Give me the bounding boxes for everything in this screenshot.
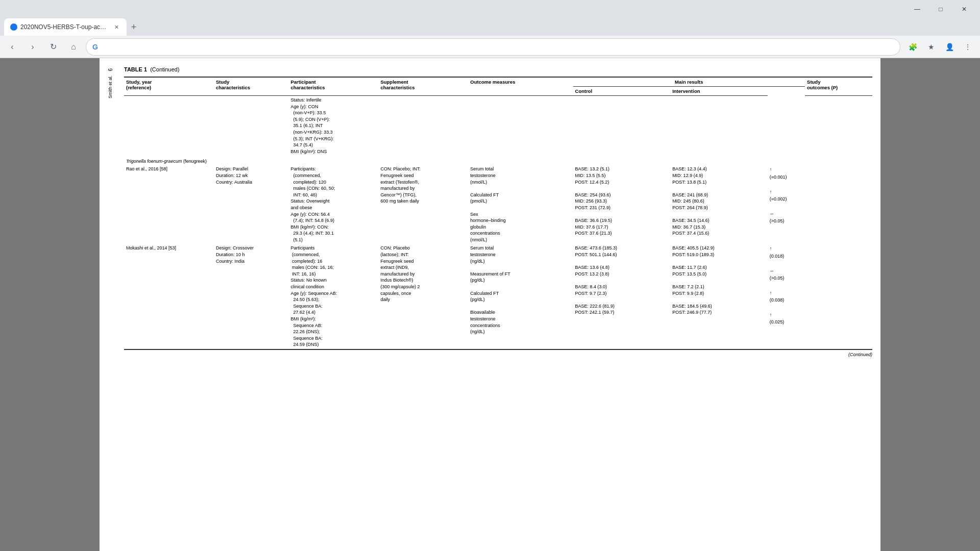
bottom-border-row	[124, 349, 872, 349]
rao-intervention: BASE: 12.3 (4.4) MID: 12.9 (4.9) POST: 1…	[670, 165, 768, 244]
header-supplement-char: Supplementcharacteristics	[378, 77, 468, 96]
tab-close-button[interactable]: ✕	[112, 23, 120, 31]
sidebar-left	[0, 58, 100, 551]
rao-study-ref: Rao et al., 2016 [58]	[124, 165, 214, 244]
header-study-char: Studycharacteristics	[214, 77, 289, 96]
section-label: Trigonella foenum-graecum	[126, 159, 182, 164]
address-bar[interactable]: G	[86, 38, 900, 56]
main-table: Study, year(reference) Studycharacterist…	[124, 77, 872, 350]
mokashi-control: BASE: 473.6 (185.3) POST: 501.1 (144.6) …	[573, 244, 671, 349]
study-row-mokashi: Mokashi et al., 2014 [53] Design: Crosso…	[124, 244, 872, 349]
rao-control: BASE: 13.2 (5.1) MID: 13.5 (5.5) POST: 1…	[573, 165, 671, 244]
mokashi-outcomes: Serum total testosterone (ng/dL) Measure…	[468, 244, 573, 349]
continuation-participant: Status: Infertile Age (y): CON (non-V+P)…	[289, 96, 379, 156]
continuation-row: Status: Infertile Age (y): CON (non-V+P)…	[124, 96, 872, 156]
new-tab-button[interactable]: +	[127, 20, 141, 34]
header-control: Control	[573, 87, 671, 96]
header-study-year: Study, year(reference)	[124, 77, 214, 96]
header-main-results: Main results	[573, 77, 805, 87]
maximize-button[interactable]: □	[929, 1, 952, 17]
rao-supplement: CON: Placebo; INT: Fenugreek seed extrac…	[378, 165, 468, 244]
forward-button[interactable]: ›	[24, 39, 41, 55]
page-number: 6	[108, 68, 120, 71]
header-outcome-measures: Outcome measures	[468, 77, 573, 96]
menu-button[interactable]: ⋮	[960, 39, 976, 55]
home-button[interactable]: ⌂	[65, 39, 82, 55]
mokashi-study-char: Design: Crossover Duration: 10 h Country…	[214, 244, 289, 349]
rao-outcomes: Serum total testosterone (nmol/L) Calcul…	[468, 165, 573, 244]
mokashi-supplement: CON: Placebo (lactose); INT: Fenugreek s…	[378, 244, 468, 349]
rao-participant: Participants: (commenced, completed): 12…	[289, 165, 379, 244]
account-button[interactable]: 👤	[941, 39, 958, 55]
back-button[interactable]: ‹	[4, 39, 20, 55]
browser-tab[interactable]: 2020NOV5-HERBS-T-oup-accep ✕	[4, 18, 127, 36]
section-fenugreek: Trigonella foenum-graecum (fenugreek)	[124, 156, 872, 165]
header-study-outcomes: Studyoutcomes (P)	[805, 77, 872, 96]
reload-button[interactable]: ↻	[45, 39, 61, 55]
address-input[interactable]	[102, 43, 894, 51]
document-area: 6 Smith et al. TABLE 1 (Continued) Study…	[100, 58, 880, 551]
rao-outcomes-p: ↑ (=0.001) ↑ (=0.002) ↔ (>0.05)	[768, 165, 805, 244]
tab-favicon	[10, 23, 17, 31]
tab-title: 2020NOV5-HERBS-T-oup-accep	[20, 23, 109, 31]
bookmark-button[interactable]: ★	[923, 39, 939, 55]
sidebar-right	[880, 58, 980, 551]
google-logo: G	[92, 43, 98, 51]
mokashi-intervention: BASE: 405.5 (142.9) POST: 519.0 (189.3) …	[670, 244, 768, 349]
minimize-button[interactable]: —	[905, 1, 929, 17]
author-label: Smith et al.	[108, 76, 120, 98]
mokashi-outcomes-p: ↑ (0.018) ↔ (>0.05) ↑ (0.038) ↑ (0.025)	[768, 244, 805, 349]
header-intervention: Intervention	[670, 87, 768, 96]
mokashi-participant: Participants (commenced, completed): 16 …	[289, 244, 379, 349]
close-button[interactable]: ✕	[952, 1, 976, 17]
study-row-rao: Rao et al., 2016 [58] Design: Parallel D…	[124, 165, 872, 244]
header-participant-char: Participantcharacteristics	[289, 77, 379, 96]
mokashi-study-ref: Mokashi et al., 2014 [53]	[124, 244, 214, 349]
extension-button[interactable]: 🧩	[904, 39, 921, 55]
rao-study-char: Design: Parallel Duration: 12 wk Country…	[214, 165, 289, 244]
table-continued-label: (Continued)	[124, 352, 872, 357]
table-title: TABLE 1 (Continued)	[124, 66, 872, 72]
